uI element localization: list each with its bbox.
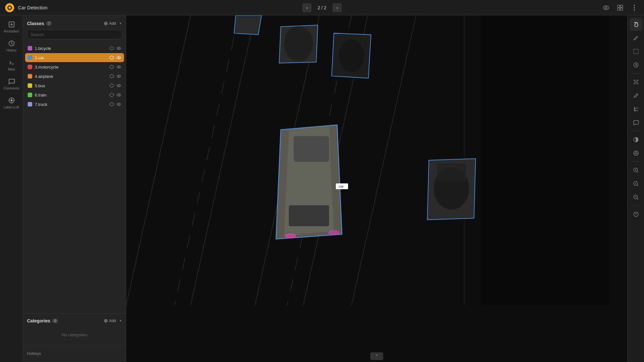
svg-point-27 bbox=[117, 66, 121, 68]
svg-rect-2 bbox=[618, 5, 620, 7]
class-search-input[interactable] bbox=[27, 30, 122, 39]
toolbar-divider-1 bbox=[631, 73, 641, 74]
class-name-label: 3.motorcycle bbox=[35, 65, 109, 70]
class-item-motorcycle[interactable]: 3.motorcycle bbox=[25, 62, 124, 71]
image-counter: 2 / 2 bbox=[314, 5, 330, 10]
class-polygon-icon[interactable] bbox=[109, 55, 114, 60]
sidebar-item-meta[interactable]: Meta bbox=[1, 56, 22, 74]
svg-point-56 bbox=[339, 40, 365, 72]
svg-line-86 bbox=[637, 185, 638, 186]
class-visibility-icon[interactable] bbox=[116, 55, 121, 60]
prev-image-button[interactable]: ‹ bbox=[302, 3, 311, 12]
class-item-car[interactable]: 2.car bbox=[25, 53, 124, 62]
grid-view-button[interactable] bbox=[616, 3, 625, 12]
svg-point-22 bbox=[118, 48, 119, 49]
class-visibility-icon[interactable] bbox=[116, 92, 121, 97]
svg-line-83 bbox=[637, 171, 638, 172]
sidebar-item-history[interactable]: History bbox=[1, 37, 22, 55]
hotkeys-button[interactable]: Hotkeys bbox=[27, 348, 122, 359]
bottom-expand-bar: ⌃ bbox=[126, 350, 627, 362]
class-name-label: 2.car bbox=[35, 55, 109, 60]
svg-rect-59 bbox=[294, 136, 329, 162]
zoom-in-button[interactable] bbox=[630, 164, 642, 177]
hand-tool-button[interactable] bbox=[630, 18, 642, 31]
class-color-swatch bbox=[28, 55, 32, 60]
class-item-train[interactable]: 6.train bbox=[25, 90, 124, 99]
pen-tool-button[interactable] bbox=[630, 89, 642, 102]
classes-count-badge: 7 bbox=[46, 21, 52, 26]
rect-select-button[interactable] bbox=[630, 45, 642, 58]
svg-point-6 bbox=[634, 5, 635, 6]
toolbar-divider-2 bbox=[631, 131, 641, 131]
zoom-fit-button[interactable] bbox=[630, 177, 642, 190]
svg-point-39 bbox=[117, 103, 121, 106]
sidebar-item-annotation[interactable]: Annotation bbox=[1, 18, 22, 36]
svg-line-72 bbox=[637, 94, 638, 95]
class-polygon-icon[interactable] bbox=[109, 46, 114, 51]
meta-icon bbox=[8, 59, 15, 66]
class-polygon-icon[interactable] bbox=[109, 74, 114, 79]
classes-panel: Classes 7 ⊕ Add ▾ 1.bicycle bbox=[23, 15, 126, 362]
class-item-bus[interactable]: 5.bus bbox=[25, 81, 124, 90]
class-visibility-icon[interactable] bbox=[116, 102, 121, 107]
svg-point-36 bbox=[117, 94, 121, 96]
class-polygon-icon[interactable] bbox=[109, 102, 114, 107]
svg-text:car: car bbox=[339, 184, 344, 188]
class-name-label: 6.train bbox=[35, 93, 109, 97]
history-label: History bbox=[6, 49, 16, 52]
svg-point-24 bbox=[117, 56, 121, 59]
class-polygon-icon[interactable] bbox=[109, 92, 114, 97]
canvas-area[interactable]: car ⌃ bbox=[126, 15, 627, 362]
class-item-bicycle[interactable]: 1.bicycle bbox=[25, 44, 124, 53]
categories-count-badge: 0 bbox=[52, 319, 58, 323]
classes-section: Classes 7 ⊕ Add ▾ bbox=[23, 15, 126, 44]
annotation-icon bbox=[8, 21, 15, 28]
svg-point-75 bbox=[635, 153, 637, 154]
class-visibility-icon[interactable] bbox=[116, 64, 121, 70]
image-navigation: ‹ 2 / 2 › bbox=[302, 3, 342, 12]
category-dropdown-arrow[interactable]: ▾ bbox=[119, 318, 122, 323]
add-dropdown-arrow[interactable]: ▾ bbox=[119, 21, 122, 26]
class-item-truck[interactable]: 7.truck bbox=[25, 100, 124, 109]
add-label: Add bbox=[109, 21, 116, 26]
chat-tool-button[interactable] bbox=[630, 116, 642, 129]
sidebar-item-label-llm[interactable]: Label-LLM bbox=[1, 94, 22, 112]
class-color-swatch bbox=[28, 83, 32, 88]
svg-marker-38 bbox=[110, 102, 114, 106]
more-options-button[interactable] bbox=[630, 3, 639, 12]
svg-marker-91 bbox=[635, 213, 637, 214]
svg-point-21 bbox=[117, 47, 121, 50]
brush-tool-button[interactable] bbox=[630, 32, 642, 44]
transform-tool-button[interactable] bbox=[630, 76, 642, 88]
class-visibility-icon[interactable] bbox=[116, 46, 121, 51]
zoom-out-button[interactable] bbox=[630, 191, 642, 204]
categories-title: Categories bbox=[27, 318, 50, 323]
class-action-icons bbox=[109, 83, 121, 88]
svg-point-31 bbox=[118, 76, 119, 77]
right-toolbar bbox=[627, 15, 644, 362]
class-visibility-icon[interactable] bbox=[116, 83, 121, 88]
class-polygon-icon[interactable] bbox=[109, 64, 114, 70]
next-image-button[interactable]: › bbox=[333, 3, 342, 12]
compass-button[interactable] bbox=[630, 208, 642, 221]
contrast-tool-button[interactable] bbox=[630, 133, 642, 146]
crop-tool-button[interactable] bbox=[630, 103, 642, 116]
sidebar-item-comments[interactable]: Comments bbox=[1, 75, 22, 93]
topbar-right-actions bbox=[601, 3, 639, 12]
locate-tool-button[interactable] bbox=[630, 147, 642, 160]
ai-select-button[interactable] bbox=[630, 59, 642, 71]
add-class-button[interactable]: ⊕ Add bbox=[102, 19, 118, 27]
class-color-swatch bbox=[28, 65, 32, 69]
svg-point-54 bbox=[284, 26, 313, 61]
add-category-button[interactable]: ⊕ Add bbox=[102, 317, 118, 325]
svg-point-1 bbox=[605, 7, 607, 9]
class-item-airplane[interactable]: 4.airplane bbox=[25, 72, 124, 81]
preview-button[interactable] bbox=[601, 3, 611, 12]
svg-rect-3 bbox=[620, 5, 623, 7]
class-visibility-icon[interactable] bbox=[116, 74, 121, 79]
categories-header: Categories 0 ⊕ Add ▾ bbox=[27, 317, 122, 325]
svg-rect-67 bbox=[437, 163, 466, 181]
expand-timeline-button[interactable]: ⌃ bbox=[370, 352, 383, 360]
class-polygon-icon[interactable] bbox=[109, 83, 114, 88]
class-name-label: 1.bicycle bbox=[35, 46, 109, 51]
